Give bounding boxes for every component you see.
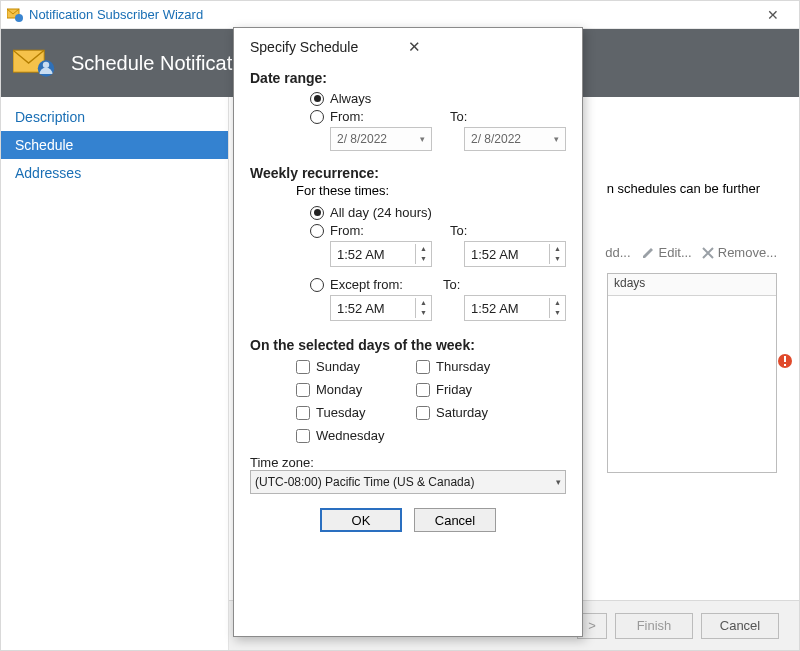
for-times-label: For these times: xyxy=(296,183,566,198)
to-date-picker[interactable]: 2/ 8/2022▾ xyxy=(464,127,566,151)
always-label: Always xyxy=(330,91,371,106)
radio-except-from[interactable] xyxy=(310,278,324,292)
header-icon xyxy=(13,45,57,81)
svg-point-4 xyxy=(43,62,49,68)
to-time-spinner[interactable]: 1:52 AM▲▼ xyxy=(464,241,566,267)
checkbox-friday[interactable] xyxy=(416,383,430,397)
edit-button[interactable]: Edit... xyxy=(641,245,692,260)
specify-schedule-dialog: Specify Schedule ✕ Date range: Always Fr… xyxy=(233,27,583,637)
dialog-close-button[interactable]: ✕ xyxy=(408,38,566,56)
from-time-spinner[interactable]: 1:52 AM▲▼ xyxy=(330,241,432,267)
svg-rect-6 xyxy=(784,356,786,362)
except-to-label: To: xyxy=(443,277,549,292)
ok-button[interactable]: OK xyxy=(320,508,402,532)
timezone-select[interactable]: (UTC-08:00) Pacific Time (US & Canada) ▾ xyxy=(250,470,566,494)
dialog-cancel-button[interactable]: Cancel xyxy=(414,508,496,532)
chevron-down-icon: ▾ xyxy=(554,134,559,144)
radio-from-time[interactable] xyxy=(310,224,324,238)
except-from-spinner[interactable]: 1:52 AM▲▼ xyxy=(330,295,432,321)
warning-icon xyxy=(777,353,793,369)
radio-from-date[interactable] xyxy=(310,110,324,124)
schedule-list[interactable]: kdays xyxy=(607,273,777,473)
weekly-label: Weekly recurrence: xyxy=(250,165,566,181)
dialog-title: Specify Schedule xyxy=(250,39,408,55)
svg-point-1 xyxy=(15,14,23,22)
from-date-picker[interactable]: 2/ 8/2022▾ xyxy=(330,127,432,151)
radio-all-day[interactable] xyxy=(310,206,324,220)
app-icon xyxy=(7,7,23,23)
days-label: On the selected days of the week: xyxy=(250,337,566,353)
chevron-down-icon: ▼ xyxy=(416,254,431,264)
add-button[interactable]: dd... xyxy=(605,245,630,260)
from-label: From: xyxy=(330,109,364,124)
chevron-down-icon: ▾ xyxy=(420,134,425,144)
chevron-down-icon: ▾ xyxy=(556,477,561,487)
sidebar-item-schedule[interactable]: Schedule xyxy=(1,131,228,159)
sidebar-item-description[interactable]: Description xyxy=(1,103,228,131)
cancel-button[interactable]: Cancel xyxy=(701,613,779,639)
sidebar-item-addresses[interactable]: Addresses xyxy=(1,159,228,187)
to-label: To: xyxy=(450,109,556,124)
checkbox-sunday[interactable] xyxy=(296,360,310,374)
from-time-label: From: xyxy=(330,223,364,238)
list-header: kdays xyxy=(608,274,776,296)
timezone-label: Time zone: xyxy=(250,455,566,470)
x-icon xyxy=(702,247,714,259)
all-day-label: All day (24 hours) xyxy=(330,205,432,220)
main-window: Notification Subscriber Wizard ✕ Schedul… xyxy=(0,0,800,651)
svg-rect-7 xyxy=(784,364,786,366)
schedule-toolbar: dd... Edit... Remove... xyxy=(605,245,777,260)
radio-always[interactable] xyxy=(310,92,324,106)
list-body xyxy=(608,296,776,472)
window-close-button[interactable]: ✕ xyxy=(753,7,793,23)
except-from-label: Except from: xyxy=(330,277,403,292)
finish-button[interactable]: Finish xyxy=(615,613,693,639)
checkbox-tuesday[interactable] xyxy=(296,406,310,420)
to-time-label: To: xyxy=(450,223,556,238)
checkbox-monday[interactable] xyxy=(296,383,310,397)
checkbox-saturday[interactable] xyxy=(416,406,430,420)
titlebar: Notification Subscriber Wizard ✕ xyxy=(1,1,799,29)
page-title: Schedule Notificati xyxy=(71,52,237,75)
checkbox-thursday[interactable] xyxy=(416,360,430,374)
checkbox-wednesday[interactable] xyxy=(296,429,310,443)
sidebar: Description Schedule Addresses xyxy=(1,97,229,650)
except-to-spinner[interactable]: 1:52 AM▲▼ xyxy=(464,295,566,321)
date-range-label: Date range: xyxy=(250,70,566,86)
remove-button[interactable]: Remove... xyxy=(702,245,777,260)
chevron-up-icon: ▲ xyxy=(416,244,431,254)
pencil-icon xyxy=(641,246,655,260)
window-title: Notification Subscriber Wizard xyxy=(29,7,753,22)
